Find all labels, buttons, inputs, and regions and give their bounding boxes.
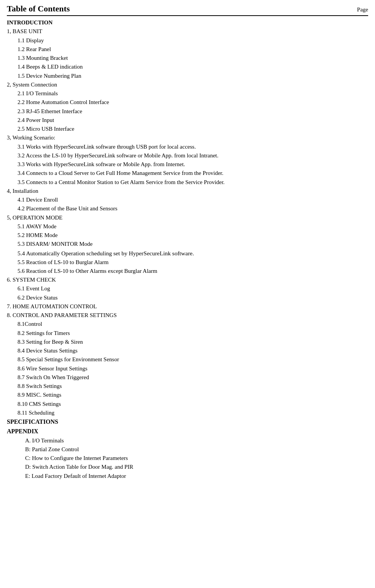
toc-header: Table of Contents Page bbox=[7, 4, 368, 16]
toc-item-8.4[interactable]: 8.4 Device Status Settings bbox=[7, 346, 368, 355]
toc-item-B[interactable]: B: Partial Zone Control bbox=[7, 445, 368, 454]
toc-item-appendix[interactable]: APPENDIX bbox=[7, 427, 368, 436]
toc-item-1[interactable]: 1, BASE UNIT bbox=[7, 27, 368, 36]
toc-item-6.1[interactable]: 6.1 Event Log bbox=[7, 284, 368, 293]
toc-item-2.1[interactable]: 2.1 I/O Terminals bbox=[7, 89, 368, 98]
toc-item-8.7[interactable]: 8.7 Switch On When Triggered bbox=[7, 373, 368, 382]
toc-item-3.2[interactable]: 3.2 Access the LS-10 by HyperSecureLink … bbox=[7, 151, 368, 160]
toc-item-8.11[interactable]: 8.11 Scheduling bbox=[7, 409, 368, 417]
toc-item-3.4[interactable]: 3.4 Connects to a Cloud Server to Get Fu… bbox=[7, 169, 368, 178]
toc-item-1.5[interactable]: 1.5 Device Numbering Plan bbox=[7, 72, 368, 80]
toc-item-6[interactable]: 6. SYSTEM CHECK bbox=[7, 276, 368, 284]
toc-item-8.9[interactable]: 8.9 MISC. Settings bbox=[7, 391, 368, 399]
toc-item-5.2[interactable]: 5.2 HOME Mode bbox=[7, 231, 368, 240]
toc-item-1.4[interactable]: 1.4 Beeps & LED indication bbox=[7, 62, 368, 71]
toc-item-7[interactable]: 7. HOME AUTOMATION CONTROL bbox=[7, 302, 368, 311]
toc-item-8.10[interactable]: 8.10 CMS Settings bbox=[7, 400, 368, 409]
toc-item-5.5[interactable]: 5.5 Reaction of LS-10 to Burglar Alarm bbox=[7, 258, 368, 267]
toc-item-2.5[interactable]: 2.5 Micro USB Interface bbox=[7, 125, 368, 133]
toc-item-intro[interactable]: INTRODUCTION bbox=[7, 18, 368, 27]
toc-item-8.5[interactable]: 8.5 Special Settings for Environment Sen… bbox=[7, 355, 368, 364]
toc-item-5.1[interactable]: 5.1 AWAY Mode bbox=[7, 222, 368, 231]
toc-item-8.8[interactable]: 8.8 Switch Settings bbox=[7, 382, 368, 391]
toc-item-8.2[interactable]: 8.2 Settings for Timers bbox=[7, 329, 368, 338]
toc-item-4.2[interactable]: 4.2 Placement of the Base Unit and Senso… bbox=[7, 204, 368, 213]
toc-item-8.1[interactable]: 8.1Control bbox=[7, 320, 368, 328]
toc-item-A[interactable]: A. I/O Terminals bbox=[7, 436, 368, 445]
toc-item-4[interactable]: 4, Installation bbox=[7, 187, 368, 195]
toc-item-1.3[interactable]: 1.3 Mounting Bracket bbox=[7, 54, 368, 62]
toc-item-2.4[interactable]: 2.4 Power Input bbox=[7, 116, 368, 125]
toc-item-4.1[interactable]: 4.1 Device Enroll bbox=[7, 195, 368, 204]
toc-item-5.4[interactable]: 5.4 Automatically Operation scheduling s… bbox=[7, 249, 368, 258]
toc-item-1.1[interactable]: 1.1 Display bbox=[7, 36, 368, 45]
toc-item-5[interactable]: 5, OPERATION MODE bbox=[7, 213, 368, 222]
toc-item-3.1[interactable]: 3.1 Works with HyperSecureLink software … bbox=[7, 143, 368, 151]
toc-item-5.6[interactable]: 5.6 Reaction of LS-10 to Other Alarms ex… bbox=[7, 267, 368, 276]
toc-item-D[interactable]: D: Switch Action Table for Door Mag. and… bbox=[7, 463, 368, 471]
toc-item-2.3[interactable]: 2.3 RJ-45 Ethernet Interface bbox=[7, 107, 368, 116]
toc-item-1.2[interactable]: 1.2 Rear Panel bbox=[7, 45, 368, 54]
toc-item-6.2[interactable]: 6.2 Device Status bbox=[7, 293, 368, 302]
toc-item-3[interactable]: 3, Working Scenario: bbox=[7, 133, 368, 142]
page-label: Page bbox=[357, 6, 368, 13]
toc-list: INTRODUCTION1, BASE UNIT1.1 Display1.2 R… bbox=[7, 18, 368, 481]
toc-title: Table of Contents bbox=[7, 4, 70, 14]
toc-item-8.6[interactable]: 8.6 Wire Sensor Input Settings bbox=[7, 364, 368, 373]
toc-item-C[interactable]: C: How to Configure the Internet Paramet… bbox=[7, 454, 368, 463]
toc-item-8[interactable]: 8. CONTROL AND PARAMETER SETTINGS bbox=[7, 311, 368, 320]
toc-item-2.2[interactable]: 2.2 Home Automation Control Interface bbox=[7, 98, 368, 107]
toc-item-8.3[interactable]: 8.3 Setting for Beep & Siren bbox=[7, 338, 368, 346]
toc-item-E[interactable]: E: Load Factory Default of Internet Adap… bbox=[7, 472, 368, 481]
toc-item-5.3[interactable]: 5.3 DISARM/ MONITOR Mode bbox=[7, 240, 368, 248]
toc-item-3.5[interactable]: 3.5 Connects to a Central Monitor Statio… bbox=[7, 178, 368, 187]
toc-item-2[interactable]: 2, System Connection bbox=[7, 80, 368, 89]
toc-item-3.3[interactable]: 3.3 Works with HyperSecureLink software … bbox=[7, 160, 368, 169]
toc-item-spec[interactable]: SPECIFICATIONS bbox=[7, 417, 368, 427]
